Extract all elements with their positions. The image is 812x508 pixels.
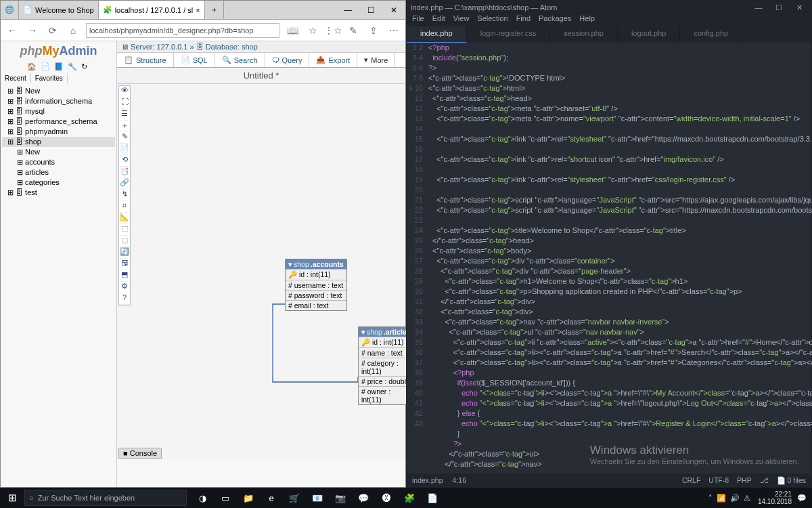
taskbar-pin[interactable]: e: [260, 488, 283, 508]
tab-more[interactable]: ▾More: [357, 53, 395, 67]
designer-canvas[interactable]: 👁⛶☰＋✎📄⟲📑🔗↯⌗📐⬚⬚🔄🖫⬒⚙? ▾shop.accounts🔑 id :…: [117, 84, 405, 460]
tree-node-performance_schema[interactable]: ⊞ 🗄 performance_schema: [2, 117, 115, 127]
editor-tab-index-php[interactable]: index.php: [407, 26, 467, 43]
editor-tab-session-php[interactable]: session.php: [550, 26, 618, 43]
window-maximize-button[interactable]: ☐: [359, 1, 382, 19]
table-accounts[interactable]: ▾shop.accounts🔑 id : int(11)# username :…: [285, 259, 347, 311]
menu-packages[interactable]: Packages: [539, 14, 571, 26]
pma-console-toggle[interactable]: ■ Console: [118, 448, 162, 459]
search-placeholder: Zur Suche Text hier eingeben: [38, 494, 135, 502]
status-language[interactable]: PHP: [737, 476, 752, 485]
browser-tab-2[interactable]: 🧩localhost / 127.0.0.1 / sl×: [99, 1, 205, 19]
taskbar-pin[interactable]: ◑: [191, 488, 214, 508]
atom-editor-window: index.php — C:\xampp\htdocs\shop — Atom …: [406, 0, 812, 488]
taskbar-pin[interactable]: 🧩: [398, 488, 421, 508]
atom-maximize-button[interactable]: ☐: [771, 3, 787, 12]
tab-export[interactable]: 📤Export: [309, 53, 357, 67]
menu-file[interactable]: File: [412, 14, 424, 26]
settings-more-button[interactable]: ⋯: [386, 23, 401, 38]
editor-tab-config-php[interactable]: config.php: [680, 26, 742, 43]
taskbar-pin[interactable]: 💬: [352, 488, 375, 508]
tree-node-mysql[interactable]: ⊞ 🗄 mysql: [2, 106, 115, 117]
tree-node-articles[interactable]: ⊞ articles: [2, 167, 115, 177]
window-close-button[interactable]: ✕: [382, 1, 405, 19]
favorites-list-button[interactable]: ⋮☆: [325, 23, 340, 38]
reading-view-button[interactable]: 📖: [285, 23, 300, 38]
tab-sql[interactable]: 📄SQL: [174, 53, 215, 67]
nav-back-button[interactable]: ←: [5, 23, 20, 38]
taskbar-clock[interactable]: 22:21 14.10.2018: [758, 490, 792, 505]
tab-query[interactable]: 🗨Query: [265, 53, 310, 67]
status-files[interactable]: 📄 0 files: [777, 476, 806, 485]
tab-search[interactable]: 🔍Search: [215, 53, 265, 67]
pma-recent-favorites: Recent Favorites: [1, 73, 116, 83]
status-cursor-pos[interactable]: 4:16: [453, 476, 466, 484]
tree-node-new[interactable]: ⊞ New: [2, 147, 115, 157]
nav-home-button[interactable]: ⌂: [66, 23, 81, 38]
tree-node-information_schema[interactable]: ⊞ 🗄 information_schema: [2, 96, 115, 106]
window-minimize-button[interactable]: —: [336, 1, 359, 19]
tray-icon[interactable]: 🔊: [730, 494, 740, 502]
favorite-button[interactable]: ☆: [305, 23, 320, 38]
tab-structure[interactable]: 📋Structure: [117, 53, 174, 67]
pma-quick-icon[interactable]: ↻: [81, 62, 91, 72]
editor-tab-login-register-css[interactable]: login-register.css: [467, 26, 551, 43]
tree-node-shop[interactable]: ⊞ 🗄 shop: [2, 137, 115, 147]
menu-view[interactable]: View: [453, 14, 470, 26]
taskbar-pin[interactable]: ▭: [214, 488, 237, 508]
taskbar-pin[interactable]: 📁: [237, 488, 260, 508]
tray-icon[interactable]: 📶: [717, 494, 726, 502]
tab-label: Welcome to Shop: [35, 6, 94, 14]
tree-node-categories[interactable]: ⊞ categories: [2, 177, 115, 188]
taskbar-pin[interactable]: 📄: [421, 488, 444, 508]
pma-quick-icon[interactable]: 🏠: [27, 62, 37, 72]
menu-help[interactable]: Help: [579, 14, 595, 26]
browser-tab-1[interactable]: 📄Welcome to Shop: [19, 1, 99, 19]
menu-edit[interactable]: Edit: [432, 14, 445, 26]
tray-icon[interactable]: ˄: [708, 494, 713, 502]
pma-quick-icon[interactable]: 📘: [54, 62, 64, 72]
web-notes-button[interactable]: ✎: [346, 23, 361, 38]
atom-statusbar: index.php 4:16 CRLF UTF-8 PHP ⎇ 📄 0 file…: [407, 473, 811, 487]
pma-db-tree: ⊞ 🗄 New⊞ 🗄 information_schema⊞ 🗄 mysql⊞ …: [1, 83, 116, 200]
status-file[interactable]: index.php: [412, 476, 443, 484]
pma-top-tabs: 📋Structure📄SQL🔍Search🗨Query📤Export▾More: [117, 53, 405, 68]
tree-node-accounts[interactable]: ⊞ accounts: [2, 157, 115, 167]
search-icon: ○: [29, 494, 34, 502]
atom-titlebar: index.php — C:\xampp\htdocs\shop — Atom …: [407, 1, 811, 14]
pma-breadcrumb[interactable]: 🖥 Server: 127.0.0.1 » 🗄 Database: shop: [117, 41, 405, 53]
nav-forward-button[interactable]: →: [25, 23, 40, 38]
status-git-branch-icon[interactable]: ⎇: [760, 476, 769, 485]
tree-node-test[interactable]: ⊞ 🗄 test: [2, 188, 115, 198]
atom-close-button[interactable]: ✕: [791, 3, 807, 12]
tree-node-phpmyadmin[interactable]: ⊞ 🗄 phpmyadmin: [2, 127, 115, 137]
code-editor[interactable]: <?php include("session.php"); ?> <"c-att…: [428, 43, 811, 480]
editor-tab-logout-php[interactable]: logout.php: [618, 26, 680, 43]
pma-quick-icon[interactable]: 📄: [41, 62, 50, 72]
taskbar-pin[interactable]: 🛒: [283, 488, 306, 508]
tree-node-new[interactable]: ⊞ 🗄 New: [2, 86, 115, 96]
tray-icon[interactable]: ⚠: [744, 494, 750, 502]
start-button[interactable]: ⊞: [0, 488, 24, 508]
status-encoding[interactable]: UTF-8: [708, 476, 729, 485]
taskbar-pin[interactable]: 🅧: [375, 488, 398, 508]
share-button[interactable]: ⇪: [366, 23, 381, 38]
status-line-ending[interactable]: CRLF: [682, 476, 700, 485]
menu-find[interactable]: Find: [516, 14, 531, 26]
menu-selection[interactable]: Selection: [477, 14, 508, 26]
action-center-icon[interactable]: 💬: [797, 494, 807, 503]
atom-minimize-button[interactable]: —: [750, 3, 767, 12]
browser-tab-0[interactable]: 🌐: [1, 1, 19, 19]
favorites-tab[interactable]: Favorites: [31, 73, 68, 83]
new-tab-button[interactable]: ＋: [205, 1, 224, 19]
url-input[interactable]: localhost/phpmyadmin/db_designer.php?db=…: [86, 23, 279, 38]
nav-reload-button[interactable]: ⟳: [45, 23, 60, 38]
tab-close-icon[interactable]: ×: [196, 6, 200, 14]
taskbar-search-input[interactable]: ○ Zur Suche Text hier eingeben: [24, 490, 187, 506]
pma-quick-icon[interactable]: 🔧: [68, 62, 77, 72]
browser-tabbar: 🌐 📄Welcome to Shop 🧩localhost / 127.0.0.…: [1, 1, 405, 20]
taskbar-pin[interactable]: 📧: [306, 488, 329, 508]
taskbar-pin[interactable]: 📷: [329, 488, 352, 508]
windows-activation-watermark: Windows aktivieren Wechseln Sie zu den E…: [590, 444, 799, 465]
recent-tab[interactable]: Recent: [1, 73, 31, 83]
